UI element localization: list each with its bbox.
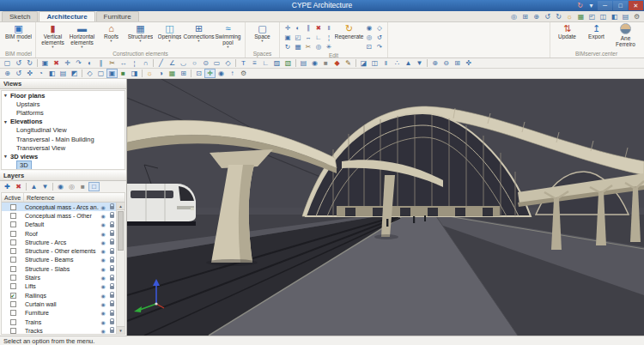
search-icon[interactable]: ◎ bbox=[508, 12, 519, 21]
extend-icon[interactable]: ↔ bbox=[118, 58, 129, 68]
orbit-icon[interactable]: ◔ bbox=[35, 69, 46, 78]
undo-icon[interactable]: ↺ bbox=[13, 58, 24, 68]
wireframe-icon[interactable]: ◇ bbox=[374, 23, 385, 33]
column-header-reference[interactable]: Reference bbox=[24, 193, 125, 202]
layer-lock-icon[interactable] bbox=[107, 266, 116, 271]
layer-lock-icon[interactable] bbox=[107, 311, 116, 316]
minimize-button[interactable]: ─ bbox=[598, 1, 612, 10]
bimserver-sync-icon[interactable]: ↻ bbox=[574, 1, 586, 10]
hide-icon[interactable]: ◎ bbox=[364, 33, 374, 42]
array-icon[interactable]: ▦ bbox=[293, 42, 303, 51]
background-color-icon[interactable]: ▦ bbox=[167, 69, 178, 78]
layer-lock-icon[interactable] bbox=[107, 204, 116, 209]
tree-item-elevations[interactable]: ▾Elevations bbox=[2, 118, 125, 126]
layer-row[interactable]: Lifts◉ bbox=[2, 282, 116, 291]
caret-down-icon[interactable]: ▾ bbox=[4, 119, 10, 124]
tab-furniture[interactable]: Furniture bbox=[96, 11, 139, 21]
zoom-extents-view-icon[interactable]: ⊕ bbox=[2, 69, 13, 78]
layer-visibility-icon[interactable]: ◉ bbox=[99, 213, 107, 219]
layer-active-checkbox[interactable] bbox=[10, 328, 16, 334]
layer-row[interactable]: Structure - Other elements◉ bbox=[2, 246, 116, 255]
explode-icon[interactable]: ✳ bbox=[324, 42, 334, 51]
realistic-mode-icon[interactable]: ■ bbox=[118, 69, 129, 78]
circle-icon[interactable]: ○ bbox=[189, 58, 200, 68]
section-box-icon[interactable]: ⊡ bbox=[364, 42, 374, 51]
layer-visibility-icon[interactable]: ◉ bbox=[99, 293, 107, 299]
layer-lock-icon[interactable] bbox=[107, 284, 116, 289]
zoom-in-icon[interactable]: ⊕ bbox=[429, 58, 440, 68]
erase-icon[interactable]: ✖ bbox=[313, 23, 324, 33]
sun-light-icon[interactable]: ☼ bbox=[144, 69, 155, 78]
layer-active-checkbox[interactable] bbox=[10, 213, 16, 219]
zoom-out-icon[interactable]: ⊖ bbox=[440, 58, 452, 68]
isolate-icon[interactable]: ◉ bbox=[364, 23, 374, 33]
bim-model-button[interactable]: ▣BIM model▾ bbox=[4, 23, 33, 43]
layers-icon[interactable]: ▤ bbox=[298, 58, 309, 68]
mirror-icon[interactable]: ◐ bbox=[293, 23, 303, 33]
scrollbar-thumb[interactable] bbox=[118, 211, 124, 251]
undo-zone-icon[interactable]: ↺ bbox=[374, 33, 385, 42]
line-icon[interactable]: ╱ bbox=[155, 58, 167, 68]
layer-active-checkbox[interactable] bbox=[10, 283, 16, 289]
caret-down-icon[interactable]: ▾ bbox=[4, 154, 10, 159]
sun-position-icon[interactable]: ☼ bbox=[564, 12, 575, 21]
layer-visibility-icon[interactable]: ◉ bbox=[99, 310, 107, 316]
layer-row[interactable]: Stairs◉ bbox=[2, 273, 116, 281]
close-button[interactable]: ✕ bbox=[629, 1, 643, 10]
previous-zoom-icon[interactable]: ↺ bbox=[13, 69, 24, 78]
copy-icon[interactable]: ▣ bbox=[283, 33, 293, 42]
zoom-region-icon[interactable]: ⊞ bbox=[452, 58, 463, 68]
connections-button[interactable]: ⊞Connections▾ bbox=[185, 23, 213, 43]
maximize-button[interactable]: □ bbox=[613, 1, 628, 10]
structures-button[interactable]: ▦Structures▾ bbox=[126, 23, 155, 43]
vertical-elements-button[interactable]: ▮Vertical elements▾ bbox=[39, 23, 67, 49]
polygon-icon[interactable]: ◇ bbox=[222, 58, 234, 68]
layer-row[interactable]: Structure - Beams◉ bbox=[2, 256, 116, 264]
snap-icon[interactable]: ◎ bbox=[313, 42, 324, 51]
redraw-icon[interactable]: ↻ bbox=[553, 12, 564, 21]
layer-row[interactable]: Conceptual mass - Arcs an...◉ bbox=[2, 203, 116, 211]
layer-visibility-icon[interactable]: ◉ bbox=[99, 239, 107, 245]
measure-icon[interactable]: ∟ bbox=[313, 33, 324, 42]
regenerate-button[interactable]: ↻Regenerate bbox=[335, 23, 363, 39]
layer-lock-icon[interactable] bbox=[107, 257, 116, 263]
lock-icon[interactable]: ■ bbox=[320, 58, 331, 68]
layer-row[interactable]: Default◉ bbox=[2, 221, 116, 229]
layer-lock-icon[interactable] bbox=[107, 293, 116, 298]
text-icon[interactable]: T bbox=[238, 58, 249, 68]
arc-icon[interactable]: ◡ bbox=[178, 58, 189, 68]
shadows-icon[interactable]: ◑ bbox=[155, 69, 167, 78]
hidden-line-mode-icon[interactable]: ▢ bbox=[95, 69, 106, 78]
stretch-icon[interactable]: ↔ bbox=[303, 33, 313, 42]
layer-lock-icon[interactable] bbox=[107, 249, 116, 254]
move-layer-up-icon[interactable]: ▲ bbox=[28, 182, 39, 191]
mirror-icon[interactable]: ◐ bbox=[84, 58, 95, 68]
rectangle-icon[interactable]: ▭ bbox=[211, 58, 222, 68]
layer-active-checkbox[interactable] bbox=[10, 248, 16, 254]
move-layer-down-icon[interactable]: ▼ bbox=[39, 182, 51, 191]
hatch-icon[interactable]: ▨ bbox=[271, 58, 283, 68]
layer-row[interactable]: Conceptual mass - Other◉ bbox=[2, 211, 116, 220]
divide-icon[interactable]: ¦ bbox=[324, 33, 334, 42]
bring-to-front-icon[interactable]: ▲ bbox=[403, 58, 414, 68]
layer-visibility-icon[interactable]: ◉ bbox=[99, 248, 107, 254]
layer-active-checkbox[interactable] bbox=[10, 204, 16, 210]
lock-all-layers-icon[interactable]: ■ bbox=[77, 182, 88, 191]
layer-row[interactable]: Tracks◉ bbox=[2, 326, 116, 334]
move-icon[interactable]: ✛ bbox=[283, 23, 293, 33]
layers-scrollbar[interactable]: ▲ ▼ bbox=[116, 203, 125, 334]
grid-snap-icon[interactable]: ▤ bbox=[620, 12, 631, 21]
zoom-window-icon[interactable]: ⊞ bbox=[519, 12, 531, 21]
column-header-active[interactable]: Active bbox=[2, 193, 24, 202]
layer-visibility-icon[interactable]: ◉ bbox=[99, 257, 107, 263]
delete-layer-icon[interactable]: ✖ bbox=[13, 182, 24, 191]
axes-icon[interactable]: ✛ bbox=[204, 69, 216, 78]
layer-active-checkbox[interactable] bbox=[10, 301, 16, 307]
layer-lock-icon[interactable] bbox=[107, 239, 116, 245]
tab-architecture[interactable]: Architecture bbox=[39, 11, 94, 21]
isometric-view-icon[interactable]: ◩ bbox=[69, 69, 80, 78]
layer-lock-icon[interactable] bbox=[107, 231, 116, 236]
top-view-icon[interactable]: ▤ bbox=[58, 69, 69, 78]
layer-active-checkbox[interactable] bbox=[10, 221, 16, 227]
delete-icon[interactable]: ✖ bbox=[51, 58, 62, 68]
